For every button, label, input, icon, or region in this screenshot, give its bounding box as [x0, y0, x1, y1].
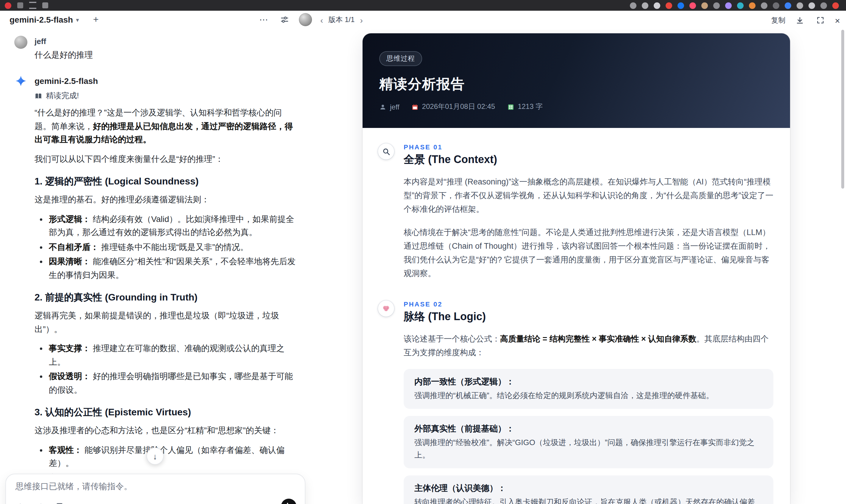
list-item: 因果清晰： 能准确区分“相关性”和“因果关系”，不会轻率地将先后发生的事情归为因… [49, 255, 298, 282]
menubar-icon[interactable] [677, 2, 684, 8]
phase-1: PHASE 01 全景 (The Context) 本内容是对“推理 (Reas… [378, 143, 773, 290]
down-arrow-icon: ↓ [153, 451, 157, 461]
artifact-panel[interactable]: 思维过程 精读分析报告 jeff [339, 30, 846, 504]
magnifier-icon [378, 143, 394, 160]
report-header: 思维过程 精读分析报告 jeff [363, 33, 790, 128]
section-lead-1: 这是推理的基石。好的推理必须遵循逻辑法则： [35, 193, 298, 206]
menubar-icon[interactable] [737, 2, 744, 8]
menubar-icon[interactable] [725, 2, 732, 8]
menubar-icon[interactable] [785, 2, 791, 8]
report-badge: 思维过程 [379, 51, 422, 66]
expand-icon [816, 16, 825, 24]
list-item: 事实支撑： 推理建立在可靠的数据、准确的观测或公认的真理之上。 [49, 342, 298, 368]
menubar-icon[interactable] [821, 2, 827, 8]
frame-icon [55, 502, 64, 504]
report-title: 精读分析报告 [379, 75, 773, 93]
meta-date: 2026年01月08日 02:45 [411, 102, 495, 112]
menubar-icon[interactable] [666, 2, 672, 8]
dimension-card-2: 外部真实性（前提基础）： 强调推理的“经验校准”。解决“GIGO（垃圾进，垃圾出… [404, 416, 773, 468]
meta-author: jeff [379, 103, 400, 111]
menubar-icon[interactable] [773, 2, 779, 8]
assistant-message: gemini-2.5-flash 精读完成! “什么是好的推理？”这是一个涉及逻… [14, 74, 339, 504]
download-icon [795, 16, 804, 25]
list-item: 假设透明： 好的推理会明确指明哪些是已知事实，哪些是基于可能的假设。 [49, 370, 298, 396]
phase-label: PHASE 02 [404, 301, 773, 308]
menubar-icon[interactable] [749, 2, 756, 8]
meta-word-count: 1213 字 [507, 102, 543, 112]
user-message: jeff 什么是好的推理 [14, 36, 339, 61]
more-options-button[interactable]: ⋯ [257, 13, 270, 26]
close-artifact-button[interactable]: × [835, 15, 840, 25]
menubar-status-icons[interactable] [630, 2, 841, 8]
assistant-name: gemini-2.5-flash [35, 76, 98, 86]
waveform-icon [287, 503, 288, 504]
chat-panel[interactable]: jeff 什么是好的推理 gemini-2.5-flash [0, 30, 339, 504]
section-heading-1: 1. 逻辑的严密性 (Logical Soundness) [35, 176, 298, 188]
new-chat-button[interactable]: + [89, 13, 102, 26]
menubar-icon[interactable] [761, 2, 768, 8]
composer: + [5, 474, 305, 504]
phase-label: PHASE 01 [404, 143, 773, 151]
menubar-icon[interactable] [809, 2, 815, 8]
section-list-2: 事实支撑： 推理建立在可靠的数据、准确的观测或公认的真理之上。 假设透明： 好的… [35, 342, 298, 396]
menubar-icon[interactable] [701, 2, 708, 8]
status-line: 精读完成! [35, 90, 298, 101]
model-selector[interactable]: gemini-2.5-flash ▾ [10, 15, 79, 24]
copy-button[interactable]: 复制 [771, 15, 785, 25]
gemini-logo-icon [14, 74, 28, 88]
tune-settings-button[interactable] [278, 13, 291, 26]
section-lead-2: 逻辑再完美，如果前提是错误的，推理也是垃圾（即“垃圾进，垃圾出”）。 [35, 309, 298, 336]
version-next-button[interactable]: › [360, 15, 363, 25]
menubar-icon[interactable] [832, 2, 839, 8]
list-menu-icon[interactable] [29, 2, 36, 9]
calendar-icon [411, 103, 419, 110]
sliders-icon [35, 502, 45, 504]
report-body: PHASE 01 全景 (The Context) 本内容是对“推理 (Reas… [363, 128, 790, 504]
menu-extra-icon[interactable] [42, 2, 48, 8]
fullscreen-button[interactable] [814, 14, 827, 27]
app-toolbar: gemini-2.5-flash ▾ + ⋯ ‹ 版本 1/1 › 复制 [0, 11, 846, 30]
section-lead-3: 这涉及推理者的心态和方法论，也是区分“杠精”和“思想家”的关键： [35, 424, 298, 437]
formula-paragraph: 该论述基于一个核心公式：高质量结论 = 结构完整性 × 事实准确性 × 认知自律… [404, 332, 773, 359]
account-avatar[interactable] [299, 13, 312, 26]
composer-tune-button[interactable] [34, 500, 46, 504]
download-button[interactable] [793, 14, 806, 27]
section-heading-3: 3. 认知的公正性 (Epistemic Virtues) [35, 407, 298, 419]
menubar-icon[interactable] [797, 2, 803, 8]
menubar-icon[interactable] [654, 2, 660, 8]
chat-actions: ⋯ [257, 13, 312, 26]
menubar-icon[interactable] [689, 2, 696, 8]
composer-input[interactable] [14, 481, 299, 491]
dimension-card-1: 内部一致性（形式逻辑）： 强调推理的“机械正确”。结论必须在给定的规则系统内逻辑… [404, 369, 773, 409]
menubar-icon[interactable] [630, 2, 636, 8]
menubar-icon[interactable] [713, 2, 720, 8]
list-item: 不自相矛盾： 推理链条中不能出现“既是又非”的情况。 [49, 240, 298, 253]
section-heading-2: 2. 前提的真实性 (Grounding in Truth) [35, 292, 298, 304]
user-name: jeff [35, 37, 93, 47]
scroll-to-bottom-button[interactable]: ↓ [146, 448, 164, 465]
phase-heading: 全景 (The Context) [404, 153, 773, 167]
report-meta: jeff 2026年01月08日 02:45 [379, 102, 773, 112]
brain-icon [378, 301, 394, 317]
model-name: gemini-2.5-flash [10, 15, 73, 24]
version-nav: ‹ 版本 1/1 › [320, 15, 363, 25]
status-text: 精读完成! [46, 90, 79, 101]
voice-input-button[interactable] [281, 499, 297, 504]
window-scrollbar[interactable] [841, 30, 844, 188]
overview-paragraph: 我们可以从以下四个维度来衡量什么是“好的推理”： [35, 152, 298, 165]
counter-icon [507, 103, 514, 110]
sliders-icon [280, 15, 289, 24]
phase1-paragraph-1: 本内容是对“推理 (Reasoning)”这一抽象概念的高层建模。在知识爆炸与人… [404, 175, 773, 216]
attach-button[interactable]: + [14, 500, 26, 504]
version-prev-button[interactable]: ‹ [320, 15, 323, 25]
artifact-actions: 复制 × [771, 14, 840, 27]
dimension-card-3: 主体伦理（认识美德）： 转向推理者的心理特征。引入奥卡姆剃刀和反向论证，旨在克服… [404, 475, 773, 504]
menubar-icon[interactable] [642, 2, 648, 8]
phase-heading: 脉络 (The Logic) [404, 310, 773, 324]
version-label: 版本 1/1 [328, 15, 354, 25]
app-menu-icon[interactable] [17, 2, 23, 8]
menu-bar [0, 0, 846, 11]
app-window: gemini-2.5-flash ▾ + ⋯ ‹ 版本 1/1 › 复制 [0, 0, 846, 504]
phase1-paragraph-2: 核心情境在于解决“思考的随意性”问题。不论是人类通过批判性思维进行决策，还是大语… [404, 226, 773, 280]
canvas-button[interactable] [54, 500, 66, 504]
